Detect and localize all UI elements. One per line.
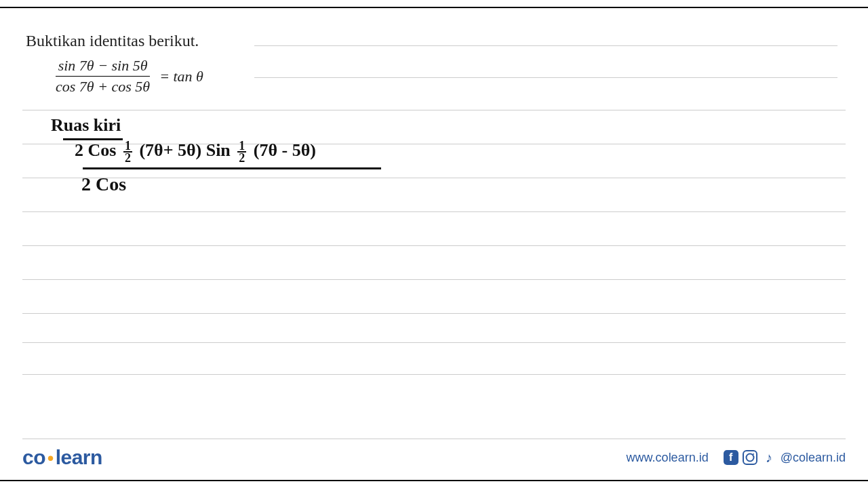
social-icons: f ♪ @colearn.id [724,450,846,465]
problem-equation: sin 7θ − sin 5θ cos 7θ + cos 5θ = tan θ [53,57,203,96]
fraction-denominator: cos 7θ + cos 5θ [53,77,153,96]
logo-part-learn: learn [56,446,102,469]
facebook-icon: f [724,450,738,465]
hw-text: (7θ+ 5θ) Sin [139,140,230,160]
hw-text: 2 Cos [75,140,116,160]
equation-rhs: = tan θ [159,68,203,85]
ruled-line [254,45,837,46]
content-area: Buktikan identitas berikut. sin 7θ − sin… [0,8,868,447]
hw-text: (7θ - 5θ) [254,140,316,160]
ruled-line [22,279,846,280]
fraction-numerator: sin 7θ − sin 5θ [56,57,151,77]
one-half-fraction: 1 2 [237,140,246,163]
logo-part-co: co [22,446,45,469]
footer-right: www.colearn.id f ♪ @colearn.id [627,450,846,465]
footer: co • learn www.colearn.id f ♪ @colearn.i… [22,446,846,469]
logo-dot: • [47,448,54,469]
social-handle: @colearn.id [781,451,846,465]
lhs-fraction: sin 7θ − sin 5θ cos 7θ + cos 5θ [53,57,153,96]
problem-title: Buktikan identitas berikut. [26,32,203,50]
ruled-line [22,245,846,246]
handwritten-denominator: 2 Cos [73,169,134,195]
ruled-line [254,77,837,78]
problem-statement: Buktikan identitas berikut. sin 7θ − sin… [26,32,203,96]
ruled-line [22,374,846,375]
ruled-line [22,313,846,314]
brand-logo: co • learn [22,446,102,469]
handwritten-numerator: 2 Cos 1 2 (7θ+ 5θ) Sin 1 2 (7θ - 5θ) [66,140,324,166]
bottom-border [0,480,868,481]
half-bottom: 2 [123,152,132,163]
ruled-line [22,439,846,439]
one-half-fraction: 1 2 [123,140,132,163]
ruled-line [22,342,846,343]
ruled-line [22,211,846,212]
website-url: www.colearn.id [627,451,709,465]
ruled-line [22,110,846,110]
handwritten-work: 2 Cos 1 2 (7θ+ 5θ) Sin 1 2 (7θ - 5θ) 2 C… [66,140,381,195]
half-bottom: 2 [237,152,246,163]
handwritten-section-label: Ruas kiri [51,115,121,136]
tiktok-icon: ♪ [762,450,776,465]
instagram-icon [743,450,757,465]
